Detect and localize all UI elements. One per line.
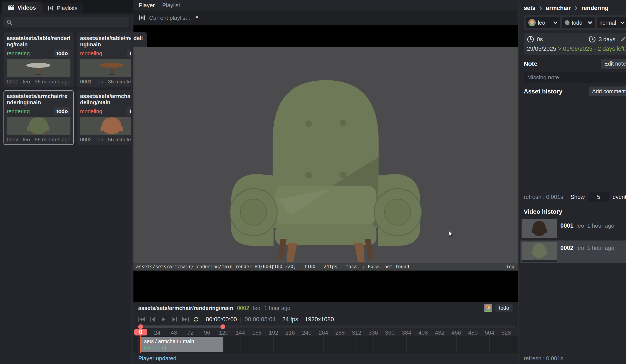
overlay-frame-info: [100-220] - f100 - 24fps - focal : Focal… bbox=[271, 264, 409, 269]
estimation-value: 3 days bbox=[598, 36, 615, 43]
task-type-label: modeling bbox=[80, 50, 102, 57]
frame-label: 384 bbox=[402, 329, 411, 336]
playlist-icon bbox=[138, 15, 145, 21]
go-to-start-button[interactable] bbox=[138, 316, 146, 323]
player-status-bar: Player updated bbox=[133, 353, 518, 364]
history-version: 0001 bbox=[560, 222, 573, 229]
playhead-frame-badge[interactable]: 0 bbox=[134, 329, 147, 335]
card-thumbnail bbox=[7, 59, 71, 77]
video-history-heading: Video history bbox=[524, 208, 626, 215]
task-selectors: leo todo normal bbox=[524, 15, 626, 30]
video-history-row-0002[interactable]: 0002 leo 1 hour ago bbox=[520, 240, 626, 263]
user-avatar bbox=[484, 304, 492, 312]
estimation-clock-icon bbox=[588, 35, 596, 43]
show-label: Show bbox=[570, 194, 585, 200]
overlay-path: assets/sets/armchair/rendering/main_rend… bbox=[136, 264, 274, 269]
armchair-render bbox=[133, 47, 518, 263]
frame-label: 336 bbox=[368, 329, 378, 336]
footer-refresh-indicator: refresh : 0.001s bbox=[524, 355, 563, 362]
frame-label: 456 bbox=[452, 329, 461, 336]
note-input[interactable] bbox=[524, 72, 626, 83]
video-viewport[interactable]: assets/sets/armchair/rendering/main_rend… bbox=[133, 25, 518, 302]
duration-timecode: 00:00:05:04 bbox=[245, 316, 276, 323]
clip-title: sets / armchair / main bbox=[144, 338, 223, 345]
letterbox-top bbox=[133, 25, 518, 47]
current-playlist-bar: Current playlist : * bbox=[133, 10, 518, 25]
next-frame-button[interactable] bbox=[170, 316, 178, 323]
play-button[interactable] bbox=[160, 316, 167, 323]
previous-frame-button[interactable] bbox=[149, 316, 156, 323]
sidebar-body: assets/sets/table/rendering/main renderi… bbox=[0, 13, 133, 364]
add-comment-button[interactable]: Add comment bbox=[589, 87, 626, 96]
chevron-right-icon bbox=[539, 6, 543, 10]
tab-playlists[interactable]: Playlists bbox=[42, 3, 83, 13]
video-card-armchair-rendering[interactable]: assets/sets/armchair/rendering/main rend… bbox=[3, 90, 74, 145]
clock-icon bbox=[527, 35, 534, 43]
events-settings-row: refresh : 0.001s Show events bbox=[524, 192, 626, 202]
frame-label: 432 bbox=[435, 329, 444, 336]
range-in-handle[interactable] bbox=[138, 324, 143, 329]
frame-label: 504 bbox=[485, 329, 494, 336]
tab-player[interactable]: Player bbox=[139, 2, 155, 9]
frame-label: 264 bbox=[318, 329, 328, 336]
status-badge: todo bbox=[54, 49, 71, 57]
timeline-track-area[interactable]: sets / armchair / main rendering bbox=[133, 336, 518, 353]
history-user: leo bbox=[577, 245, 584, 251]
due-date-text: 01/06/2025 - 2 days left bbox=[563, 45, 625, 52]
timeline-frame-labels[interactable]: 0 24487296120144168192216240264288312336… bbox=[133, 329, 518, 336]
frame-label: 144 bbox=[235, 329, 245, 336]
status-value: todo bbox=[572, 20, 586, 26]
entity-user: leo bbox=[253, 305, 260, 311]
frame-label: 96 bbox=[204, 329, 210, 336]
assignee-select[interactable]: leo bbox=[526, 17, 560, 28]
range-out-handle[interactable] bbox=[220, 324, 225, 329]
edit-note-button[interactable]: Edit note bbox=[601, 59, 626, 69]
status-dropdown-button[interactable]: todo bbox=[495, 304, 513, 312]
task-type-label: rendering bbox=[7, 50, 30, 57]
timeline-clip-block[interactable]: sets / armchair / main rendering bbox=[141, 337, 223, 352]
schedule-dates: 29/05/2025 > 01/06/2025 - 2 days left bbox=[527, 45, 626, 52]
card-title: assets/sets/armchair/rendering/main bbox=[7, 93, 71, 106]
breadcrumb-armchair[interactable]: armchair bbox=[546, 5, 571, 12]
entity-time: 1 hour ago bbox=[264, 305, 290, 311]
tab-playlist[interactable]: Playlist bbox=[162, 2, 180, 9]
player-panel: Player Playlist Current playlist : * bbox=[133, 0, 518, 364]
search-box bbox=[3, 17, 129, 28]
playhead-line[interactable] bbox=[140, 335, 141, 353]
range-slider-selection[interactable] bbox=[141, 326, 223, 328]
videos-sidebar: Videos Playlists assets/sets/table/rende… bbox=[0, 0, 133, 364]
history-thumbnail bbox=[522, 219, 557, 239]
card-thumbnail bbox=[7, 117, 71, 135]
application-window: Videos Playlists assets/sets/table/rende… bbox=[0, 0, 626, 364]
show-events-input[interactable] bbox=[588, 192, 609, 202]
priority-select[interactable]: normal bbox=[597, 17, 626, 28]
status-select[interactable]: todo bbox=[562, 17, 595, 28]
current-playlist-value: * bbox=[196, 14, 198, 21]
task-type-label: modeling bbox=[80, 108, 102, 115]
video-history-list: 0001 leo 1 hour ago 0002 leo 1 hour ago bbox=[520, 218, 626, 263]
loop-toggle-button[interactable] bbox=[192, 316, 200, 323]
status-dot-icon bbox=[565, 20, 570, 25]
task-detail-panel: sets armchair rendering leo bbox=[518, 0, 626, 364]
assignee-avatar bbox=[528, 19, 536, 26]
video-history-row-0001[interactable]: 0001 leo 1 hour ago bbox=[520, 218, 626, 240]
video-card-table-rendering[interactable]: assets/sets/table/rendering/main renderi… bbox=[3, 32, 74, 87]
chevron-down-icon bbox=[553, 21, 557, 24]
sidebar-scrollbar[interactable] bbox=[131, 13, 133, 364]
pencil-icon[interactable] bbox=[620, 36, 626, 42]
frame-label: 360 bbox=[385, 329, 394, 336]
go-to-end-button[interactable] bbox=[181, 316, 189, 323]
search-input[interactable] bbox=[14, 19, 126, 26]
breadcrumb-sets[interactable]: sets bbox=[524, 5, 536, 12]
frame-label: 120 bbox=[219, 329, 228, 336]
status-message: Player updated bbox=[138, 355, 176, 362]
breadcrumb: sets armchair rendering bbox=[524, 5, 626, 12]
breadcrumb-rendering[interactable]: rendering bbox=[581, 5, 609, 12]
frame-label: 24 bbox=[154, 329, 160, 336]
chevron-right-icon bbox=[574, 6, 578, 10]
frame-label: 480 bbox=[468, 329, 477, 336]
tab-videos[interactable]: Videos bbox=[2, 2, 42, 13]
frame-label: 72 bbox=[187, 329, 194, 336]
history-time: 1 hour ago bbox=[587, 245, 614, 251]
sidebar-tab-bar: Videos Playlists bbox=[0, 0, 133, 13]
